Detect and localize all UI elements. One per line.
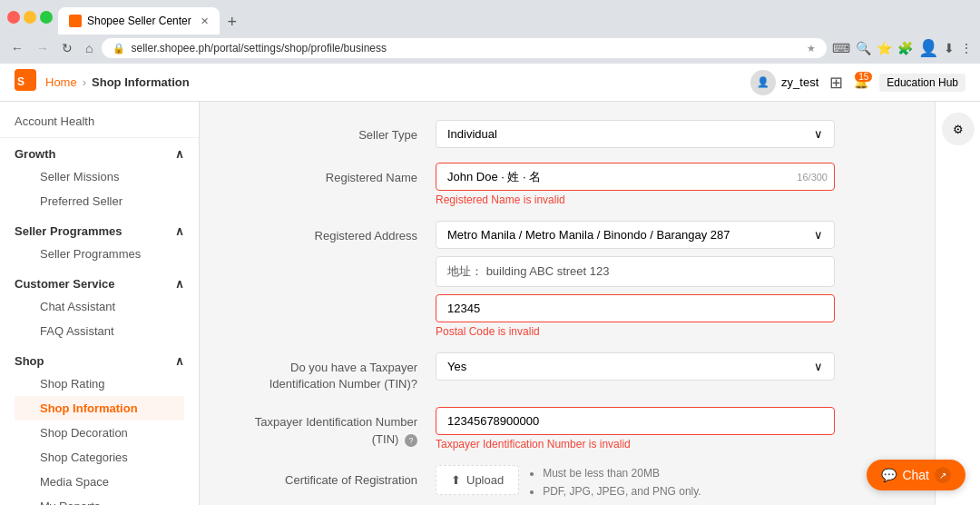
registered-address-select[interactable]: Metro Manila / Metro Manila / Binondo / …	[436, 221, 835, 249]
postal-code-wrapper	[436, 294, 835, 322]
new-tab-btn[interactable]: +	[220, 9, 245, 35]
sidebar-item-shop-categories[interactable]: Shop Categories	[15, 445, 184, 470]
form-row-tin-question: Do you have a Taxpayer Identification Nu…	[236, 352, 898, 392]
sidebar-section-customer-service: Customer Service ∧ Chat Assistant FAQ As…	[0, 272, 199, 349]
zoom-btn[interactable]: 🔍	[856, 41, 871, 55]
tin-question-chevron-icon: ∨	[814, 360, 823, 373]
customer-service-label: Customer Service	[15, 277, 115, 291]
url-bar[interactable]: 🔒 seller.shopee.ph/portal/settings/shop/…	[102, 38, 827, 58]
sidebar: Account Health Growth ∧ Seller Missions …	[0, 102, 200, 505]
upload-btn-label: Upload	[466, 473, 504, 487]
window-close-btn[interactable]	[7, 11, 20, 24]
translate-btn[interactable]: ⌨	[832, 41, 850, 55]
upload-rules: Must be less than 20MB PDF, JPG, JPEG, a…	[530, 465, 701, 500]
breadcrumb: Home › Shop Information	[45, 75, 190, 89]
postal-code-input[interactable]	[436, 294, 835, 322]
seller-type-label: Seller Type	[236, 120, 436, 144]
sidebar-section-header-seller-programmes[interactable]: Seller Programmes ∧	[15, 224, 184, 238]
sidebar-item-shop-decoration[interactable]: Shop Decoration	[15, 421, 184, 445]
settings-btn[interactable]: ⋮	[960, 41, 973, 55]
sidebar-section-header-customer-service[interactable]: Customer Service ∧	[15, 277, 184, 291]
seller-type-chevron-icon: ∨	[814, 127, 823, 141]
address-extra-value: building ABC street 123	[486, 264, 610, 278]
registered-address-label: Registered Address	[236, 221, 436, 244]
tin-input[interactable]	[436, 407, 835, 435]
chat-expand-btn[interactable]: ↗	[935, 467, 951, 483]
registered-name-input[interactable]	[436, 163, 835, 191]
chat-label: Chat	[902, 468, 929, 482]
sidebar-item-my-reports[interactable]: My Reports	[15, 494, 184, 505]
settings-circle-icon: ⚙	[953, 123, 964, 136]
sidebar-section-header-growth[interactable]: Growth ∧	[15, 147, 184, 161]
education-hub-btn[interactable]: Education Hub	[879, 74, 965, 92]
window-controls	[7, 11, 53, 24]
form-row-tin: Taxpayer Identification Number (TIN) ? T…	[236, 407, 898, 451]
extensions-btn[interactable]: 🧩	[897, 41, 913, 55]
browser-actions: ⌨ 🔍 ⭐ 🧩 👤 ⬇ ⋮	[832, 38, 973, 58]
app-header: S Home › Shop Information 👤 zy_test ⊞ 🔔 …	[0, 64, 980, 102]
forward-btn[interactable]: →	[33, 39, 53, 57]
breadcrumb-current: Shop Information	[92, 75, 190, 89]
address-chevron-icon: ∨	[814, 228, 823, 242]
registered-name-wrapper: 16/300	[436, 163, 835, 191]
registered-name-char-count: 16/300	[797, 172, 828, 183]
sidebar-item-account-health[interactable]: Account Health	[0, 109, 199, 134]
profile-btn[interactable]: 👤	[918, 38, 938, 58]
user-name: zy_test	[781, 75, 818, 89]
sidebar-item-shop-rating[interactable]: Shop Rating	[15, 371, 184, 396]
seller-type-value: Individual	[447, 127, 497, 141]
user-info: 👤 zy_test	[750, 70, 818, 95]
window-max-btn[interactable]	[40, 11, 53, 24]
url-text: seller.shopee.ph/portal/settings/shop/pr…	[131, 42, 801, 54]
right-panel-btn[interactable]: ⚙	[942, 113, 975, 145]
cert-field: ⬆ Upload Must be less than 20MB PDF, JPG…	[436, 465, 835, 500]
sidebar-item-shop-information[interactable]: Shop Information	[15, 396, 184, 421]
bookmark-btn[interactable]: ⭐	[877, 41, 892, 55]
home-btn[interactable]: ⌂	[82, 39, 96, 57]
cert-label: Certificate of Registration	[236, 465, 436, 489]
grid-icon[interactable]: ⊞	[829, 73, 843, 93]
sidebar-section-seller-programmes: Seller Programmes ∧ Seller Programmes	[0, 219, 199, 272]
growth-chevron: ∧	[175, 147, 184, 161]
window-min-btn[interactable]	[24, 11, 36, 24]
tin-question-value: Yes	[447, 360, 466, 373]
chat-icon: 💬	[881, 468, 897, 482]
expand-icon: ↗	[939, 470, 946, 480]
form-row-registered-name: Registered Name 16/300 Registered Name i…	[236, 163, 898, 206]
back-btn[interactable]: ←	[7, 39, 27, 57]
upload-icon: ⬆	[451, 473, 461, 487]
form-row-cert: Certificate of Registration ⬆ Upload Mus…	[236, 465, 898, 500]
upload-rule-1: Must be less than 20MB	[543, 465, 701, 482]
sidebar-item-media-space[interactable]: Media Space	[15, 470, 184, 494]
svg-text:S: S	[17, 75, 24, 88]
tin-question-field: Yes ∨	[436, 352, 835, 381]
upload-area: ⬆ Upload Must be less than 20MB PDF, JPG…	[436, 465, 835, 500]
upload-btn[interactable]: ⬆ Upload	[436, 465, 519, 495]
sidebar-item-seller-programmes[interactable]: Seller Programmes	[15, 242, 184, 266]
reload-btn[interactable]: ↻	[58, 39, 76, 57]
breadcrumb-separator: ›	[83, 75, 86, 89]
sidebar-item-preferred-seller[interactable]: Preferred Seller	[15, 189, 184, 213]
avatar: 👤	[750, 70, 776, 95]
download-btn[interactable]: ⬇	[944, 41, 955, 55]
shop-chevron: ∧	[175, 354, 184, 368]
sidebar-item-chat-assistant[interactable]: Chat Assistant	[15, 294, 184, 319]
address-bar: ← → ↻ ⌂ 🔒 seller.shopee.ph/portal/settin…	[0, 35, 980, 64]
registered-address-field: Metro Manila / Metro Manila / Binondo / …	[436, 221, 835, 338]
notification-btn[interactable]: 🔔 15	[854, 75, 868, 89]
seller-type-select[interactable]: Individual ∨	[436, 120, 835, 148]
tin-question-select[interactable]: Yes ∨	[436, 352, 835, 381]
seller-programmes-chevron: ∧	[175, 224, 184, 238]
tin-help-icon[interactable]: ?	[405, 434, 417, 447]
active-tab[interactable]: Shopee Seller Center ✕	[58, 7, 220, 35]
right-panel: ⚙	[935, 102, 980, 505]
sidebar-section-header-shop[interactable]: Shop ∧	[15, 354, 184, 368]
chat-fab[interactable]: 💬 Chat ↗	[867, 460, 965, 490]
address-extra: 地址： building ABC street 123	[436, 256, 835, 287]
tab-close-btn[interactable]: ✕	[201, 15, 209, 27]
breadcrumb-home[interactable]: Home	[45, 75, 77, 89]
sidebar-item-faq-assistant[interactable]: FAQ Assistant	[15, 319, 184, 343]
tin-question-label: Do you have a Taxpayer Identification Nu…	[236, 352, 436, 392]
form-row-registered-address: Registered Address Metro Manila / Metro …	[236, 221, 898, 338]
sidebar-item-seller-missions[interactable]: Seller Missions	[15, 164, 184, 189]
